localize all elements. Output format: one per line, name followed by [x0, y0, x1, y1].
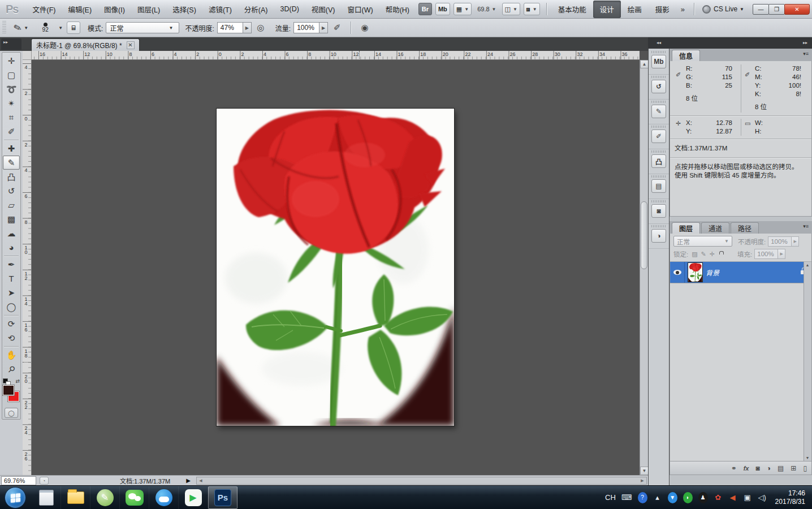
launch-bridge-button[interactable]: Br: [418, 3, 432, 15]
notes-panel[interactable]: ▤: [649, 174, 669, 199]
shape-tool[interactable]: ◯: [3, 300, 20, 314]
volume-tray-icon[interactable]: ◁): [758, 492, 767, 503]
taskbar-notepad-app[interactable]: [32, 486, 61, 509]
adjustments-panel[interactable]: ◑: [649, 224, 669, 249]
move-tool[interactable]: ✛: [3, 54, 20, 68]
show-hidden-icons-button[interactable]: ▴: [653, 492, 662, 503]
wechat-tray-icon[interactable]: ◗: [683, 492, 693, 503]
vertical-ruler[interactable]: 42024681012141618202224262830: [23, 60, 32, 475]
adjustment-layer-button[interactable]: ◑: [767, 464, 771, 472]
taskbar-clock[interactable]: 17:46 2017/8/31: [775, 489, 805, 506]
3d-rotate-tool[interactable]: ⟳: [3, 317, 20, 331]
ruler-corner[interactable]: [23, 51, 32, 60]
layer-visibility-toggle[interactable]: [670, 262, 685, 283]
crop-tool[interactable]: ⌗: [3, 110, 20, 124]
menu-item-1[interactable]: 编辑(E): [62, 1, 98, 18]
layer-style-button[interactable]: fx: [744, 465, 749, 472]
taskbar-photoshop-app[interactable]: Ps: [208, 486, 237, 509]
workspace-button[interactable]: 摄影: [649, 1, 676, 18]
mini-bridge-panel[interactable]: Mb: [649, 50, 669, 75]
tab-layers[interactable]: 图层: [672, 222, 700, 234]
masks-panel[interactable]: ◙: [649, 199, 669, 224]
megaphone-tray-icon[interactable]: ◀: [728, 492, 737, 503]
tab-channels[interactable]: 通道: [701, 222, 729, 234]
default-colors-icon[interactable]: [3, 378, 8, 383]
gradient-tool[interactable]: ▩: [3, 212, 20, 226]
tab-paths[interactable]: 路径: [731, 222, 759, 234]
quick-mask-button[interactable]: ◯: [5, 408, 18, 418]
document-tab[interactable]: 未标题-1 @ 69.8%(RGB/8) * ✕: [31, 38, 140, 51]
burn-tool[interactable]: ◕: [3, 240, 20, 255]
security-shield-tray-icon[interactable]: ▼: [668, 492, 677, 503]
scroll-up-icon[interactable]: ▲: [804, 263, 811, 267]
menu-item-5[interactable]: 滤镜(T): [202, 1, 238, 18]
layer-row-background[interactable]: 背景: [670, 262, 811, 283]
brush-presets-panel[interactable]: ✎: [649, 100, 669, 124]
pressure-opacity-toggle[interactable]: ◎: [254, 21, 267, 34]
panel-menu-icon[interactable]: ▾≡: [803, 51, 809, 57]
taskbar-coreldraw-app[interactable]: ✎: [90, 486, 120, 509]
layer-fill-slider-button[interactable]: ▶: [778, 249, 785, 259]
history-brush-tool[interactable]: ↺: [3, 184, 20, 198]
close-tab-icon[interactable]: ✕: [127, 41, 135, 49]
workspace-button[interactable]: 基本功能: [551, 1, 593, 18]
add-mask-button[interactable]: ◙: [755, 464, 759, 472]
close-button[interactable]: ✕: [784, 4, 810, 15]
eyedropper-tool[interactable]: ✐: [3, 124, 20, 139]
workspace-overflow-button[interactable]: »: [676, 5, 689, 14]
scroll-down-icon[interactable]: ▼: [804, 456, 811, 460]
layer-name[interactable]: 背景: [706, 262, 719, 283]
quick-selection-tool[interactable]: ✴: [3, 96, 20, 110]
opacity-input[interactable]: 47%: [217, 22, 243, 33]
layer-fill-input[interactable]: 100%: [754, 249, 778, 259]
menu-item-8[interactable]: 视图(V): [305, 1, 342, 18]
taskbar-explorer-app[interactable]: [61, 486, 90, 509]
history-panel[interactable]: ↺: [649, 75, 669, 100]
horizontal-scrollbar[interactable]: ◀ ▶: [196, 477, 647, 485]
dock-collapse-button[interactable]: ◂◂: [648, 37, 670, 49]
scroll-up-icon[interactable]: ▲: [640, 60, 649, 68]
cs-live-button[interactable]: CS Live ▼: [702, 5, 744, 14]
link-layers-button[interactable]: ⚭: [731, 464, 737, 472]
type-tool[interactable]: T: [3, 271, 20, 286]
qq-tray-icon[interactable]: ♟: [698, 492, 708, 503]
launch-mini-bridge-button[interactable]: Mb: [435, 3, 450, 15]
lock-transparency-icon[interactable]: ▨: [692, 251, 697, 258]
vertical-scroll-thumb[interactable]: [641, 201, 647, 269]
blur-tool[interactable]: ☁: [3, 226, 20, 240]
eraser-tool[interactable]: ▱: [3, 198, 20, 212]
workspace-button[interactable]: 绘画: [621, 1, 649, 18]
vertical-scrollbar[interactable]: ▲ ▼: [640, 60, 648, 475]
flow-input[interactable]: 100%: [293, 22, 319, 33]
3d-orbit-tool[interactable]: ⟲: [3, 331, 20, 345]
workspace-button[interactable]: 设计: [593, 1, 621, 18]
tool-dock-collapse-button[interactable]: ▸▸: [1, 38, 21, 50]
clone-stamp-tool[interactable]: 凸: [3, 170, 20, 184]
security-360-tray-icon[interactable]: ✿: [714, 492, 723, 503]
swap-colors-icon[interactable]: ⇄: [15, 378, 20, 384]
scroll-left-icon[interactable]: ◀: [197, 477, 205, 484]
help-tray-icon[interactable]: ?: [638, 492, 647, 503]
lasso-tool[interactable]: ➰: [3, 82, 20, 96]
brush-tool-preset-button[interactable]: ✎ ▼: [10, 20, 34, 36]
layer-list-scrollbar[interactable]: ▲ ▼: [804, 262, 811, 461]
path-select-tool[interactable]: ➤: [3, 286, 20, 300]
foreground-color-swatch[interactable]: [3, 385, 14, 395]
tab-info[interactable]: 信息: [672, 50, 700, 61]
status-zoom-input[interactable]: 69.76%: [1, 476, 36, 485]
network-tray-icon[interactable]: ▣: [743, 492, 752, 503]
layer-opacity-input[interactable]: 100%: [768, 236, 792, 247]
hand-tool[interactable]: ✋: [3, 348, 20, 362]
input-language-indicator[interactable]: CH: [605, 492, 616, 503]
restore-button[interactable]: ❐: [768, 4, 785, 15]
toggle-brush-panel-button[interactable]: ⌸: [67, 21, 80, 34]
tool-presets-panel[interactable]: ✐: [649, 124, 669, 149]
new-layer-button[interactable]: ⊞: [791, 464, 796, 472]
panel-collapse-button[interactable]: ▸▸: [670, 37, 812, 49]
clone-source-panel[interactable]: 凸: [649, 149, 669, 174]
marquee-tool[interactable]: ▢: [3, 68, 20, 82]
horizontal-ruler[interactable]: 1614121086420246810121416182022242628303…: [32, 51, 640, 60]
pressure-size-toggle[interactable]: ◉: [358, 21, 372, 34]
menu-item-4[interactable]: 选择(S): [166, 1, 202, 18]
canvas-area[interactable]: [32, 60, 640, 475]
